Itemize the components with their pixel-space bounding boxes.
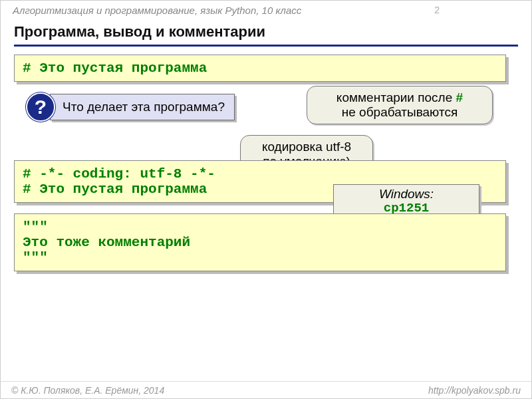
question-box: Что делает эта программа? xyxy=(50,94,235,120)
os-label: Windows: xyxy=(344,188,468,201)
question-row: ? Что делает эта программа? xyxy=(26,92,518,122)
code-line: # Это пустая программа xyxy=(23,61,497,76)
copyright-text: © К.Ю. Поляков, Е.А. Ерёмин, 2014 xyxy=(11,385,164,396)
footer-bar: © К.Ю. Поляков, Е.А. Ерёмин, 2014 http:/… xyxy=(1,381,531,398)
callout-utf8-line1: кодировка utf-8 xyxy=(262,140,351,154)
question-icon: ? xyxy=(26,92,55,122)
header-bar: Алгоритмизация и программирование, язык … xyxy=(1,1,531,19)
code-line: Это тоже комментарий xyxy=(23,235,497,250)
content-area: Программа, вывод и комментарии # Это пус… xyxy=(1,19,531,271)
page-number: 2 xyxy=(434,5,440,15)
code-line: """ xyxy=(23,250,497,265)
code-block-1: # Это пустая программа xyxy=(14,55,506,82)
code-line: # -*- coding: utf-8 -*- xyxy=(23,166,497,182)
code-block-3: """ Это тоже комментарий """ xyxy=(14,213,506,271)
footer-url: http://kpolyakov.spb.ru xyxy=(428,385,521,396)
code-line: """ xyxy=(23,219,497,235)
course-title: Алгоритмизация и программирование, язык … xyxy=(13,5,301,16)
page-title: Программа, вывод и комментарии xyxy=(14,23,518,47)
